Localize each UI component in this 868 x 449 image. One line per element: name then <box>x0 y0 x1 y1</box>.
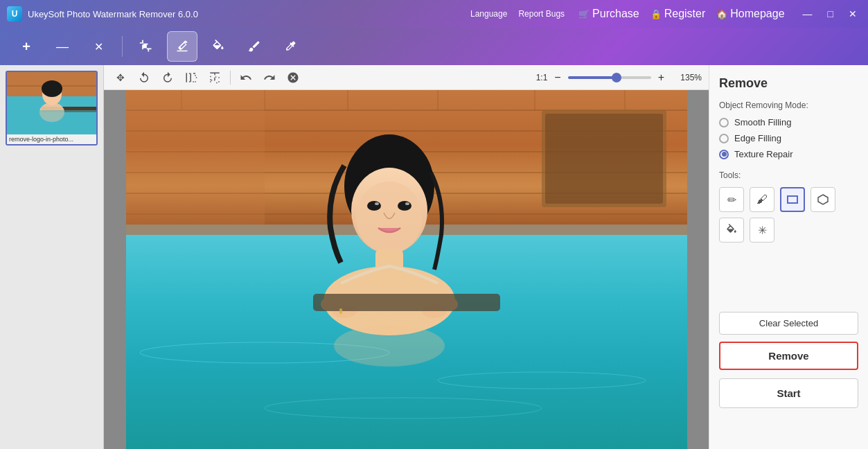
right-panel: Remove Object Removing Mode: Smooth Fill… <box>709 65 868 449</box>
smooth-filling-radio[interactable] <box>719 118 729 127</box>
logo-letter: U <box>12 9 18 19</box>
add-button[interactable]: + <box>11 31 42 62</box>
cancel-icon <box>287 71 299 84</box>
register-link[interactable]: 🔒 Register <box>650 8 706 20</box>
zoom-fit-label[interactable]: 1:1 <box>536 73 548 82</box>
main-toolbar: + — ✕ <box>0 28 868 65</box>
object-removing-mode-label: Object Removing Mode: <box>719 100 858 110</box>
flip-horizontal-button[interactable] <box>181 68 201 87</box>
main-photo <box>126 90 687 449</box>
svg-point-37 <box>375 202 379 205</box>
brush-tool-button[interactable] <box>239 31 269 62</box>
title-bar-nav: Language Report Bugs <box>470 9 565 19</box>
lasso-tool[interactable] <box>811 187 835 212</box>
lasso-icon <box>817 193 829 206</box>
tools-label: Tools: <box>719 170 858 180</box>
svg-point-31 <box>265 398 542 419</box>
remove-tool-button[interactable] <box>167 31 197 62</box>
thumbnail-item[interactable]: remove-logo-in-photo... <box>6 71 98 146</box>
move-tool-button[interactable]: ✥ <box>111 68 130 87</box>
svg-point-30 <box>438 372 646 389</box>
svg-rect-8 <box>7 110 97 134</box>
title-bar-app-links: 🛒 Purchase 🔒 Register 🏠 Homepage <box>578 8 784 20</box>
thumbnail-panel: remove-logo-in-photo... <box>0 65 104 449</box>
svg-point-35 <box>367 201 381 211</box>
crop-tool-button[interactable] <box>131 31 161 62</box>
svg-point-6 <box>42 80 62 97</box>
pencil-tool[interactable]: ✏ <box>719 187 744 212</box>
thumbnail-image <box>7 72 97 134</box>
drawing-tools-row: ✏ 🖌 ✳ <box>719 187 858 243</box>
app-logo: U <box>7 6 22 21</box>
rotate-cw-button[interactable] <box>134 68 154 87</box>
minimize-button[interactable]: — <box>799 7 817 21</box>
zoom-slider[interactable] <box>568 76 651 79</box>
nav-language[interactable]: Language <box>470 9 507 19</box>
undo-button[interactable] <box>236 68 256 87</box>
svg-rect-45 <box>339 308 342 314</box>
crop-icon <box>139 39 153 53</box>
svg-point-36 <box>398 201 411 211</box>
panel-title: Remove <box>719 76 858 91</box>
purchase-link[interactable]: 🛒 Purchase <box>578 8 639 20</box>
eyedropper-tool-button[interactable] <box>275 31 305 62</box>
undo-icon <box>240 71 252 84</box>
texture-repair-option[interactable]: Texture Repair <box>719 149 858 159</box>
rotate-cw-icon <box>138 71 150 84</box>
fill-tool-button[interactable] <box>203 31 233 62</box>
eyedropper-icon <box>283 39 297 53</box>
thumb-svg <box>7 72 97 134</box>
close-file-button[interactable]: ✕ <box>83 31 114 62</box>
svg-rect-24 <box>126 90 265 228</box>
zoom-control: 1:1 − + 135% <box>536 70 702 85</box>
rotate-ccw-icon <box>161 71 174 84</box>
zoom-in-button[interactable]: + <box>654 70 668 85</box>
cancel-button[interactable] <box>283 68 303 87</box>
remove-file-button[interactable]: — <box>47 31 78 62</box>
svg-marker-47 <box>818 195 828 204</box>
smooth-filling-label: Smooth Filling <box>734 117 791 127</box>
svg-point-34 <box>356 182 423 254</box>
fill-icon <box>211 39 225 53</box>
app-title: UkeySoft Photo Watermark Remover 6.0.0 <box>28 9 470 19</box>
brush-icon <box>247 39 261 53</box>
removing-mode-group: Smooth Filling Edge Filling Texture Repa… <box>719 117 858 159</box>
maximize-button[interactable]: □ <box>824 7 838 21</box>
toolbar-separator-1 <box>122 36 123 57</box>
rotate-ccw-button[interactable] <box>158 68 177 87</box>
svg-point-44 <box>334 325 445 367</box>
start-button[interactable]: Start <box>719 378 858 408</box>
flip-v-icon <box>209 71 221 84</box>
paint-bucket-tool[interactable] <box>719 218 744 243</box>
brush-tool[interactable]: 🖌 <box>750 187 774 212</box>
canvas-wrapper: ✥ 1:1 − <box>104 65 709 449</box>
homepage-link[interactable]: 🏠 Homepage <box>716 8 784 20</box>
magic-wand-tool[interactable]: ✳ <box>750 218 774 243</box>
svg-rect-46 <box>788 196 797 203</box>
window-controls: — □ ✕ <box>799 7 861 21</box>
remove-button[interactable]: Remove <box>719 342 858 370</box>
svg-rect-23 <box>545 114 663 204</box>
close-button[interactable]: ✕ <box>844 7 861 21</box>
thumbnail-label: remove-logo-in-photo... <box>7 134 96 144</box>
clear-selected-button[interactable]: Clear Selected <box>719 312 858 335</box>
texture-repair-radio[interactable] <box>719 150 729 159</box>
flip-h-icon <box>185 71 197 84</box>
rectangle-tool[interactable] <box>780 187 805 212</box>
paint-bucket-icon <box>725 224 738 236</box>
edge-filling-radio[interactable] <box>719 134 729 143</box>
main-area: remove-logo-in-photo... ✥ <box>0 65 868 449</box>
rectangle-icon <box>786 193 799 206</box>
svg-point-38 <box>405 202 409 205</box>
zoom-out-button[interactable]: − <box>550 70 565 85</box>
edge-filling-option[interactable]: Edge Filling <box>719 133 858 143</box>
sec-separator-1 <box>230 71 231 85</box>
photo-canvas <box>126 90 687 449</box>
nav-report-bugs[interactable]: Report Bugs <box>518 9 565 19</box>
flip-vertical-button[interactable] <box>205 68 224 87</box>
texture-repair-label: Texture Repair <box>734 149 793 159</box>
canvas-area[interactable] <box>104 90 709 449</box>
smooth-filling-option[interactable]: Smooth Filling <box>719 117 858 127</box>
redo-button[interactable] <box>260 68 279 87</box>
redo-icon <box>263 71 276 84</box>
